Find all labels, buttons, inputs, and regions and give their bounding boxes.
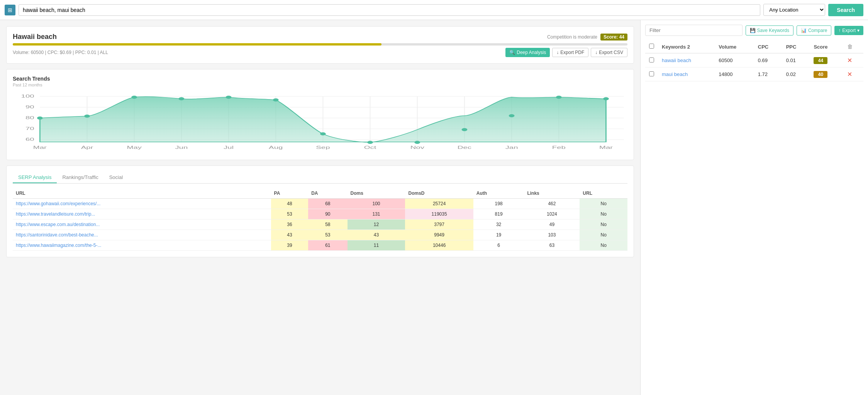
serp-links: 462 (524, 199, 580, 209)
serp-doms: 131 (348, 209, 405, 219)
select-all-checkbox[interactable] (649, 44, 654, 49)
svg-text:Oct: Oct (364, 145, 376, 150)
card-header: Hawaii beach Competition is moderate Sco… (13, 33, 627, 41)
serp-links: 63 (524, 240, 580, 251)
row-checkbox-cell (645, 68, 658, 81)
export-icon: ↑ (838, 28, 841, 33)
col-links: Links (524, 188, 580, 199)
serp-auth: 198 (473, 199, 524, 209)
list-item: maui beach 14800 1.72 0.02 40 ✕ (645, 68, 863, 81)
grid-menu-icon[interactable]: ⊞ (5, 5, 15, 15)
svg-point-31 (462, 128, 468, 131)
svg-text:Sep: Sep (316, 145, 330, 150)
svg-text:Dec: Dec (458, 145, 471, 150)
table-row: https://www.travelandleisure.com/trip...… (13, 209, 627, 219)
compare-icon: 📊 (801, 28, 807, 33)
svg-text:Jul: Jul (224, 145, 234, 150)
delete-row-icon[interactable]: ✕ (847, 57, 852, 64)
serp-links: 1024 (524, 209, 580, 219)
col-doms: Doms (348, 188, 405, 199)
serp-url[interactable]: https://www.gohawaii.com/experiences/... (13, 199, 271, 209)
search-icon: 🔍 (509, 50, 515, 55)
col-auth: Auth (473, 188, 524, 199)
col-da: DA (308, 188, 347, 199)
keywords-table: Keywords 2 Volume CPC PPC Score 🗑 hawaii… (645, 41, 863, 81)
serp-url[interactable]: https://www.hawaiimagazine.com/the-5-... (13, 240, 271, 251)
svg-point-29 (367, 141, 373, 144)
col-ppc: PPC (782, 41, 810, 53)
serp-auth: 32 (473, 219, 524, 230)
kw-table-header: Keywords 2 Volume CPC PPC Score 🗑 (645, 41, 863, 53)
volume-bar (13, 43, 627, 46)
right-panel: 💾 Save Keywords 📊 Compare ↑ Export ▾ Key… (640, 20, 868, 395)
right-panel-header: 💾 Save Keywords 📊 Compare ↑ Export ▾ (645, 25, 863, 36)
export-csv-button[interactable]: ↓ Export CSV (591, 48, 627, 57)
tab-serp-analysis[interactable]: SERP Analysis (13, 172, 57, 183)
trash-header-icon: 🗑 (847, 44, 853, 50)
table-row: https://www.hawaiimagazine.com/the-5-...… (13, 240, 627, 251)
keyword-ppc: 0.01 (782, 53, 810, 68)
chevron-down-icon: ▾ (857, 28, 860, 33)
deep-analysis-button[interactable]: 🔍 Deep Analysis (505, 48, 550, 57)
row-checkbox[interactable] (649, 57, 654, 62)
meta-row: Volume: 60500 | CPC: $0.69 | PPC: 0.01 |… (13, 48, 627, 57)
col-cpc: CPC (754, 41, 782, 53)
col-score: Score (810, 41, 843, 53)
serp-pa: 43 (271, 230, 309, 240)
serp-url2: No (580, 199, 627, 209)
svg-text:Mar: Mar (599, 145, 613, 150)
action-buttons: 🔍 Deep Analysis ↓ Export PDF ↓ Export CS… (505, 48, 627, 57)
export-button[interactable]: ↑ Export ▾ (834, 26, 863, 35)
serp-domsd: 3797 (405, 219, 473, 230)
serp-auth: 819 (473, 209, 524, 219)
svg-point-26 (226, 96, 232, 99)
export-pdf-button[interactable]: ↓ Export PDF (552, 48, 588, 57)
serp-pa: 53 (271, 209, 309, 219)
filter-input[interactable] (645, 25, 743, 36)
serp-table: URL PA DA Doms DomsD Auth Links URL http… (13, 188, 627, 251)
svg-point-30 (414, 141, 420, 144)
serp-domsd: 25724 (405, 199, 473, 209)
col-url: URL (13, 188, 271, 199)
save-keywords-button[interactable]: 💾 Save Keywords (746, 25, 793, 35)
serp-url2: No (580, 230, 627, 240)
svg-point-28 (320, 132, 326, 135)
serp-pa: 39 (271, 240, 309, 251)
keyword-link[interactable]: hawaii beach (658, 53, 715, 68)
svg-point-23 (84, 115, 90, 118)
col-keywords: Keywords 2 (658, 41, 715, 53)
delete-row-icon[interactable]: ✕ (847, 71, 852, 78)
compare-button[interactable]: 📊 Compare (797, 25, 831, 35)
serp-domsd: 10446 (405, 240, 473, 251)
serp-tabs: SERP Analysis Rankings/Traffic Social (13, 172, 627, 184)
main-search-input[interactable] (19, 4, 760, 16)
row-checkbox-cell (645, 53, 658, 68)
keyword-link[interactable]: maui beach (658, 68, 715, 81)
tab-rankings-traffic[interactable]: Rankings/Traffic (57, 172, 103, 183)
svg-point-34 (603, 97, 609, 100)
serp-da: 61 (308, 240, 347, 251)
col-pa: PA (271, 188, 309, 199)
tab-social[interactable]: Social (104, 172, 128, 183)
keyword-cpc: 1.72 (754, 68, 782, 81)
keyword-volume: 60500 (715, 53, 754, 68)
serp-doms: 12 (348, 219, 405, 230)
svg-point-22 (37, 116, 43, 120)
keyword-volume: 14800 (715, 68, 754, 81)
serp-links: 103 (524, 230, 580, 240)
table-row: https://www.escape.com.au/destination...… (13, 219, 627, 230)
competition-text: Competition is moderate (547, 34, 597, 40)
main-layout: Hawaii beach Competition is moderate Sco… (0, 20, 868, 395)
card-title: Hawaii beach (13, 33, 57, 41)
search-button[interactable]: Search (828, 4, 863, 16)
row-checkbox[interactable] (649, 71, 654, 76)
chart-area: 100 90 80 70 60 (13, 92, 627, 154)
svg-text:Nov: Nov (410, 145, 425, 150)
svg-text:May: May (127, 145, 142, 150)
serp-url[interactable]: https://santorinidave.com/best-beache... (13, 230, 271, 240)
location-select[interactable]: Any Location United States United Kingdo… (763, 4, 825, 16)
serp-links: 49 (524, 219, 580, 230)
serp-url[interactable]: https://www.travelandleisure.com/trip... (13, 209, 271, 219)
serp-domsd: 9949 (405, 230, 473, 240)
serp-url[interactable]: https://www.escape.com.au/destination... (13, 219, 271, 230)
